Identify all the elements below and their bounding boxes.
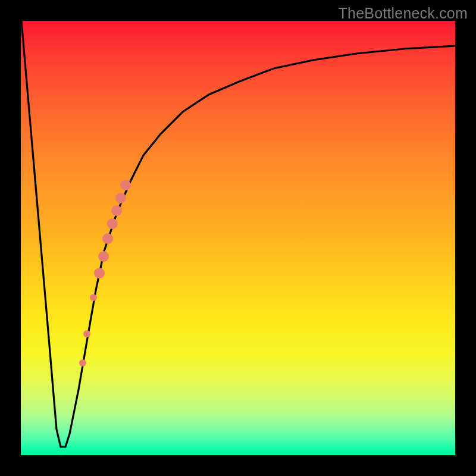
svg-point-1 (83, 330, 90, 337)
svg-point-6 (107, 218, 118, 229)
svg-point-2 (90, 294, 97, 301)
svg-point-7 (111, 205, 122, 216)
chart-frame: TheBottleneck.com (0, 0, 476, 476)
watermark-text: TheBottleneck.com (339, 5, 468, 22)
svg-point-3 (94, 268, 105, 278)
svg-point-5 (102, 233, 113, 244)
bottleneck-curve (21, 21, 455, 447)
plot-area (21, 21, 455, 455)
svg-point-0 (79, 359, 86, 367)
svg-point-4 (98, 251, 109, 262)
curve-layer (21, 21, 455, 455)
svg-point-9 (120, 180, 131, 190)
svg-point-8 (115, 193, 126, 203)
